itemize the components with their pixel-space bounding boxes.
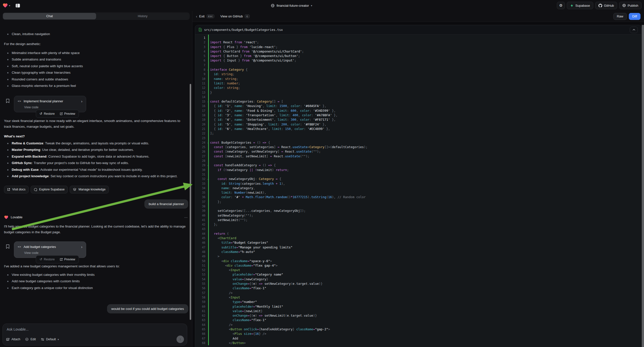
code-line: 50 <div className="space-y-6"> xyxy=(195,259,641,263)
code-line: 30 if (!newCategory || !newLimit) return… xyxy=(195,168,641,172)
bookmark-icon[interactable] xyxy=(6,244,10,250)
chat-scroll-area[interactable]: Clean, intuitive navigation For the desi… xyxy=(0,31,192,347)
preview-button[interactable]: Preview xyxy=(58,112,78,116)
raw-toggle-button[interactable]: Raw xyxy=(614,13,627,20)
code-line: 62 onChange={(e) => setNewLimit(e.target… xyxy=(195,314,641,318)
code-line: 48 className="h-auto" xyxy=(195,250,641,254)
fold-chevron-icon[interactable]: ⌄ xyxy=(207,99,208,104)
explore-supabase-button[interactable]: Explore Supabase xyxy=(30,186,68,194)
code-line: 34 name: newCategory, xyxy=(195,186,641,190)
code-line: 38 xyxy=(195,204,641,208)
code-line: 42 }; xyxy=(195,222,641,227)
logo-chevron-down-icon: ▾ xyxy=(9,4,10,7)
bullet-item: Refine & Customize: Tweak the design, an… xyxy=(4,140,188,147)
supabase-button[interactable]: Supabase xyxy=(567,2,593,9)
bullet-item: Each category gets a unique color for vi… xyxy=(4,285,188,292)
lovable-logo-icon[interactable]: ▾ xyxy=(2,3,10,8)
settings-button[interactable]: ⚙ xyxy=(557,2,565,9)
code-line: 59 type="number" xyxy=(195,300,641,304)
external-link-icon xyxy=(60,258,63,261)
prompt-input[interactable]: Ask Lovable... xyxy=(7,327,183,331)
code-line: 64 /> xyxy=(195,322,641,327)
attach-button[interactable]: Attach xyxy=(6,338,20,341)
bullet-item: GitHub Sync: Transfer your project's cod… xyxy=(4,160,188,166)
chat-scrollbar[interactable] xyxy=(190,84,191,320)
added-bullet-list: View existing budget categories with the… xyxy=(4,272,188,292)
page-scrollbar[interactable] xyxy=(642,25,644,347)
user-message-bubble: build a financial planner xyxy=(144,200,188,208)
sidebar-toggle-button[interactable] xyxy=(14,2,22,9)
fold-chevron-icon[interactable]: ⌄ xyxy=(207,177,208,181)
code-icon: <> xyxy=(18,245,22,248)
model-select[interactable]: Default ▾ xyxy=(41,338,59,341)
code-line: 68 </Button> xyxy=(195,341,641,345)
bullet-item: Clean typography with clear hierarchies xyxy=(4,70,188,76)
github-icon xyxy=(598,4,602,8)
exit-button[interactable]: ‹ Exit ESC xyxy=(196,14,214,18)
code-line: 57 /> xyxy=(195,291,641,295)
chat-history-tabs: Chat History xyxy=(2,12,190,20)
code-line: 6import { Input } from '@/components/ui/… xyxy=(195,58,641,63)
gear-icon: ⚙ xyxy=(559,3,562,8)
edit-card-row: <> Add budget categories › View code ↺ R… xyxy=(4,242,188,258)
code-line: 7 xyxy=(195,63,641,68)
code-line: 41 setNewLimit(''); xyxy=(195,218,641,222)
visit-docs-button[interactable]: Visit docs xyxy=(4,186,29,194)
code-line: 31 xyxy=(195,172,641,177)
restore-icon: ↺ xyxy=(40,112,42,116)
bullet-item: Master Prompting: Use clear, detailed, a… xyxy=(4,146,188,153)
tab-history[interactable]: History xyxy=(96,13,189,20)
code-line: 43 xyxy=(195,227,641,231)
bullet-item: Rounded corners and subtle shadows xyxy=(4,76,188,83)
fold-chevron-icon[interactable]: ⌄ xyxy=(207,68,208,72)
edit-mode-button[interactable]: Edit xyxy=(25,338,36,341)
tab-chat[interactable]: Chat xyxy=(3,13,96,20)
view-on-github-button[interactable]: View on GitHub G xyxy=(220,14,250,18)
project-chevron-down-icon: ▾ xyxy=(311,4,312,7)
restore-button[interactable]: ↺ Restore xyxy=(37,258,57,261)
edit-card-title: Add budget categories xyxy=(24,245,56,249)
fold-chevron-icon[interactable]: ⌄ xyxy=(207,163,208,168)
chat-panel: Chat History Clean, intuitive navigation… xyxy=(0,11,192,347)
message-more-menu[interactable]: ⋯ xyxy=(184,215,188,219)
whats-next-heading: What's next? xyxy=(4,134,188,138)
prompt-input-card[interactable]: Ask Lovable... Attach Ed xyxy=(2,324,187,346)
chevron-down-icon: ▾ xyxy=(58,338,59,341)
code-line: 60 placeholder="Monthly limit" xyxy=(195,304,641,309)
github-button[interactable]: GitHub xyxy=(595,2,617,9)
code-line: 32⌄ const newCategoryObj: Category = { xyxy=(195,177,641,181)
code-line: 61 value={newLimit} xyxy=(195,309,641,314)
code-line: 52 <Input xyxy=(195,268,641,272)
bullet-item: Minimalist interface with plenty of whit… xyxy=(4,50,188,56)
view-code-link[interactable]: View code xyxy=(24,106,82,109)
code-line: 55 onChange={(e) => setNewCategory(e.tar… xyxy=(195,282,641,286)
code-line: 19 { id: '4', name: 'Entertainment', lim… xyxy=(195,118,641,122)
file-path-row[interactable]: src/components/budget/BudgetCategories.t… xyxy=(195,25,641,34)
file-diff-card: src/components/budget/BudgetCategories.t… xyxy=(195,25,642,347)
bookmark-icon[interactable] xyxy=(6,99,10,104)
diff-toggle-button[interactable]: Diff xyxy=(629,13,640,20)
publish-button[interactable]: Publish xyxy=(619,2,642,9)
manage-knowledge-button[interactable]: Manage knowledge xyxy=(70,186,108,194)
design-intro-text: For the design aesthetic: xyxy=(4,41,188,47)
g-kbd-badge: G xyxy=(245,14,250,18)
code-editor[interactable]: 12import React from 'react';3import { Pl… xyxy=(195,34,641,345)
assistant-name: Lovable xyxy=(11,215,22,219)
project-selector[interactable]: financial-future-creator ▾ xyxy=(271,0,312,11)
code-line: 37 }; xyxy=(195,200,641,204)
code-line: 29⌄ const handleAddCategory = () => { xyxy=(195,163,641,168)
edit-card-row: <> Implement financial planner › View co… xyxy=(4,96,188,112)
assistant-summary-text: Your sleek financial planner is now read… xyxy=(4,118,188,130)
code-line: 65 <Button onClick={handleAddCategory} c… xyxy=(195,327,641,332)
publish-globe-icon xyxy=(622,4,626,7)
collapse-file-button[interactable] xyxy=(630,27,638,33)
send-button[interactable]: ↑ xyxy=(176,336,184,343)
code-line: 46 title="Budget Categories" xyxy=(195,240,641,245)
preview-button[interactable]: Preview xyxy=(58,258,78,261)
restore-button[interactable]: ↺ Restore xyxy=(37,112,57,116)
fold-chevron-icon[interactable]: ⌄ xyxy=(207,140,208,145)
view-code-link[interactable]: View code xyxy=(24,251,82,255)
code-line: 58 <Input xyxy=(195,295,641,300)
code-line: 1 xyxy=(195,36,641,40)
code-line: 36 color: '#' + Math.floor(Math.random()… xyxy=(195,195,641,200)
